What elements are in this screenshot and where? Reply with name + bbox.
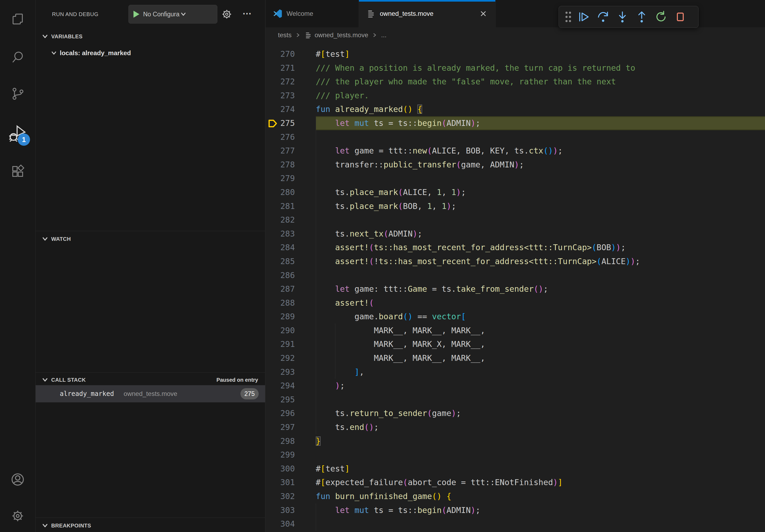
line-number[interactable]: 285 — [266, 254, 316, 268]
code-line[interactable]: 282 — [266, 213, 765, 227]
step-over-button[interactable] — [595, 9, 611, 25]
code-line[interactable]: 295 — [266, 393, 765, 406]
code-line[interactable]: 276 — [266, 130, 765, 144]
account-icon[interactable] — [8, 469, 28, 490]
code-line[interactable]: 303 let mut ts = ts::begin(ADMIN); — [266, 503, 765, 517]
close-tab-icon[interactable] — [479, 9, 488, 18]
code-line[interactable]: 291 MARK__, MARK_X, MARK__, — [266, 337, 765, 351]
line-number[interactable]: 297 — [266, 420, 316, 434]
line-number[interactable]: 273 — [266, 89, 316, 103]
breakpoints-section-header[interactable]: BREAKPOINTS — [36, 519, 265, 532]
code-line-text[interactable]: ], — [316, 365, 765, 379]
code-line-text[interactable]: let mut ts = ts::begin(ADMIN); — [316, 503, 765, 517]
code-line-text[interactable]: /// player. — [316, 89, 765, 103]
code-line-text[interactable] — [316, 448, 765, 462]
run-and-debug-icon[interactable]: 1 — [8, 124, 28, 144]
code-line-text[interactable]: /// When a position is already marked, t… — [316, 61, 765, 75]
code-line[interactable]: 280 ts.place_mark(ALICE, 1, 1); — [266, 185, 765, 199]
line-number[interactable]: 275 — [266, 116, 316, 130]
code-line-text[interactable]: #[test] — [316, 47, 765, 61]
code-line-text[interactable]: MARK__, MARK__, MARK__, — [316, 324, 765, 338]
code-line[interactable]: 270#[test] — [266, 47, 765, 61]
line-number[interactable]: 299 — [266, 448, 316, 462]
call-stack-section-header[interactable]: CALL STACK Paused on entry — [36, 373, 265, 387]
line-number[interactable]: 271 — [266, 61, 316, 75]
code-line-text[interactable]: assert!( — [316, 296, 765, 310]
breadcrumb-file[interactable]: owned_tests.move — [315, 31, 368, 39]
debug-settings-gear-icon[interactable] — [221, 8, 233, 20]
line-number[interactable]: 304 — [266, 517, 316, 531]
code-line-text[interactable] — [316, 171, 765, 185]
code-line-text[interactable]: #[expected_failure(abort_code = ttt::ENo… — [316, 475, 765, 489]
more-actions-icon[interactable]: ⋯ — [238, 5, 257, 21]
code-line[interactable]: 288 assert!( — [266, 296, 765, 310]
code-line[interactable]: 287 let game: ttt::Game = ts.take_from_s… — [266, 282, 765, 296]
code-line[interactable]: 294 ); — [266, 379, 765, 393]
code-line[interactable]: 274fun already_marked() { — [266, 102, 765, 116]
explorer-icon[interactable] — [8, 9, 28, 30]
line-number[interactable]: 286 — [266, 268, 316, 282]
line-number[interactable]: 278 — [266, 158, 316, 172]
line-number[interactable]: 298 — [266, 434, 316, 448]
line-number[interactable]: 290 — [266, 324, 316, 338]
code-line-text[interactable]: MARK__, MARK_X, MARK__, — [316, 337, 765, 351]
code-line-text[interactable]: ); — [316, 379, 765, 393]
continue-button[interactable] — [575, 9, 592, 25]
source-control-icon[interactable] — [8, 84, 28, 104]
line-number[interactable]: 276 — [266, 130, 316, 144]
debug-config-dropdown[interactable]: No Configura — [128, 5, 217, 24]
code-line-text[interactable]: transfer::public_transfer(game, ADMIN); — [316, 158, 765, 172]
code-line[interactable]: 283 ts.next_tx(ADMIN); — [266, 227, 765, 241]
search-icon[interactable] — [8, 47, 28, 68]
code-line-text[interactable]: ts.place_mark(ALICE, 1, 1); — [316, 185, 765, 199]
line-number[interactable]: 277 — [266, 144, 316, 158]
variables-locals-scope[interactable]: locals: already_marked — [36, 46, 265, 61]
code-line-text[interactable]: game.board() == vector[ — [316, 310, 765, 324]
start-debug-icon[interactable] — [134, 11, 139, 18]
line-number[interactable]: 303 — [266, 503, 316, 517]
watch-section-header[interactable]: WATCH — [36, 232, 265, 246]
variables-section-header[interactable]: VARIABLES — [36, 30, 265, 43]
line-number[interactable]: 291 — [266, 337, 316, 351]
code-line[interactable]: 272/// the player who made the "false" m… — [266, 75, 765, 89]
code-line-current[interactable]: 275 let mut ts = ts::begin(ADMIN); — [266, 116, 765, 130]
toolbar-drag-grip[interactable] — [564, 10, 573, 24]
stop-button[interactable] — [672, 9, 689, 25]
code-line-text[interactable]: let mut ts = ts::begin(ADMIN); — [316, 116, 765, 130]
code-line-text[interactable] — [316, 517, 765, 531]
code-line-text[interactable]: } — [316, 434, 765, 448]
code-line[interactable]: 304 — [266, 517, 765, 531]
code-editor[interactable]: 270#[test]271/// When a position is alre… — [266, 43, 765, 532]
breadcrumb-symbol[interactable]: ... — [381, 31, 386, 39]
line-number[interactable]: 282 — [266, 213, 316, 227]
code-line-text[interactable]: let game: ttt::Game = ts.take_from_sende… — [316, 282, 765, 296]
line-number[interactable]: 283 — [266, 227, 316, 241]
line-number[interactable]: 274 — [266, 102, 316, 116]
code-line[interactable]: 301#[expected_failure(abort_code = ttt::… — [266, 475, 765, 489]
line-number[interactable]: 287 — [266, 282, 316, 296]
line-number[interactable]: 300 — [266, 462, 316, 476]
step-into-button[interactable] — [614, 9, 631, 25]
line-number[interactable]: 296 — [266, 406, 316, 420]
step-out-button[interactable] — [633, 9, 650, 25]
code-line[interactable]: 292 MARK__, MARK__, MARK__, — [266, 351, 765, 365]
code-line[interactable]: 290 MARK__, MARK__, MARK__, — [266, 324, 765, 338]
line-number[interactable]: 289 — [266, 310, 316, 324]
code-line-text[interactable]: let game = ttt::new(ALICE, BOB, KEY, ts.… — [316, 144, 765, 158]
line-number[interactable]: 272 — [266, 75, 316, 89]
code-line[interactable]: 286 — [266, 268, 765, 282]
line-number[interactable]: 293 — [266, 365, 316, 379]
line-number[interactable]: 288 — [266, 296, 316, 310]
code-line[interactable]: 298} — [266, 434, 765, 448]
code-line-text[interactable]: fun burn_unfinished_game() { — [316, 489, 765, 503]
code-line[interactable]: 277 let game = ttt::new(ALICE, BOB, KEY,… — [266, 144, 765, 158]
code-line-text[interactable]: #[test] — [316, 462, 765, 476]
code-line[interactable]: 289 game.board() == vector[ — [266, 310, 765, 324]
code-line-text[interactable] — [316, 393, 765, 406]
code-line[interactable]: 297 ts.end(); — [266, 420, 765, 434]
line-number[interactable]: 279 — [266, 171, 316, 185]
line-number[interactable]: 280 — [266, 185, 316, 199]
breadcrumb-tests[interactable]: tests — [278, 31, 292, 39]
code-line[interactable]: 299 — [266, 448, 765, 462]
line-number[interactable]: 295 — [266, 393, 316, 406]
